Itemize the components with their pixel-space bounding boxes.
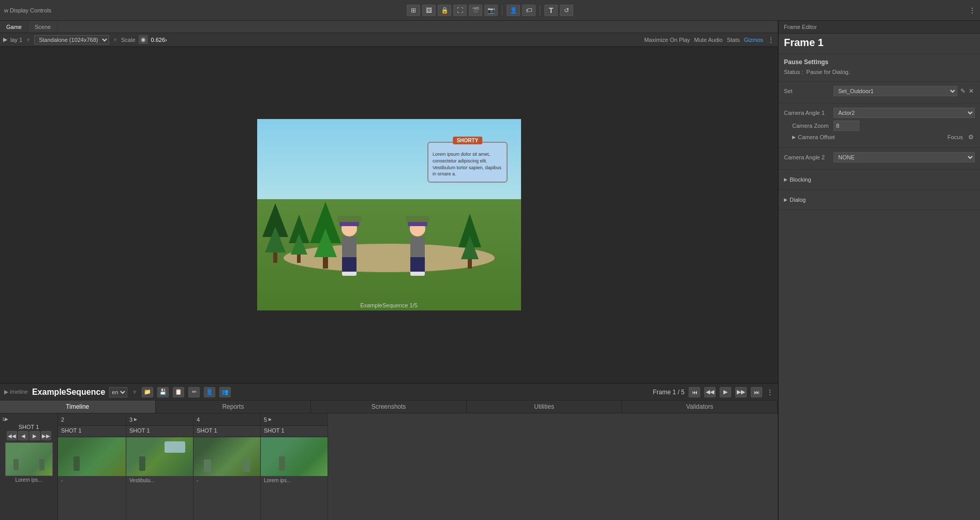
frame-editor: Frame Editor Frame 1 Pause Settings Stat… <box>778 21 980 520</box>
fe-camera-zoom-row: Camera Zoom <box>784 121 975 131</box>
tl-shot-1-label: SHOT 1 <box>19 423 39 431</box>
tl-prev-btn[interactable]: ◀◀ <box>704 387 716 397</box>
fe-camera1-row: Camera Angle 1 Actor2 <box>784 108 975 118</box>
game-canvas[interactable]: SHORTY Lorem ipsum dolor sit amet, conse… <box>257 119 521 310</box>
frame-col-4: 4 SHOT 1 - <box>194 413 261 520</box>
game-controls-bar: ▶ lay 1 ▼ Standalone (1024x768) ▼ Scale … <box>0 33 778 47</box>
tl-sidebar: 1▶ SHOT 1 ◀◀ ◀ ▶ ▶▶ <box>0 413 58 520</box>
dialog-caret: ▶ <box>784 197 788 202</box>
camera-icon-btn[interactable]: 📷 <box>484 5 498 16</box>
maximize-icon-btn[interactable]: ⛶ <box>453 5 467 16</box>
lock-icon-btn[interactable]: 🔒 <box>438 5 451 16</box>
camera-angle2-dropdown[interactable]: NONE <box>834 152 975 162</box>
tl-prev-shot-btn[interactable]: ◀◀ <box>7 431 17 440</box>
tl-last-btn[interactable]: ⏭ <box>751 387 762 397</box>
set-edit-btn[interactable]: ✎ <box>959 87 967 95</box>
fe-camera1-section: Camera Angle 1 Actor2 Camera Zoom ▶ Came… <box>779 103 980 148</box>
tl-tab-timeline[interactable]: Timeline <box>0 400 156 413</box>
stats-btn[interactable]: Stats <box>727 37 740 43</box>
tl-tab-validators[interactable]: Validators <box>622 400 778 413</box>
frame-number-3: 3 ▶ <box>126 413 193 426</box>
tl-tab-utilities[interactable]: Utilities <box>467 400 622 413</box>
image-icon-btn[interactable]: 🖼 <box>422 5 436 16</box>
tl-clipboard-btn[interactable]: 📋 <box>173 387 184 397</box>
tl-tab-screenshots[interactable]: Screenshots <box>311 400 467 413</box>
fe-status-row: Status : Pause for Dialog. <box>784 69 975 75</box>
camera-offset-settings-btn[interactable]: ⚙ <box>967 133 975 141</box>
timeline-header: ▶ imeline ExampleSequence en ▼ 📁 💾 📋 ✏ 👤… <box>0 384 778 400</box>
tl-edit-btn[interactable]: ✏ <box>188 387 200 397</box>
tl-first-btn[interactable]: ⏮ <box>689 387 700 397</box>
blocking-caret: ▶ <box>784 177 788 182</box>
tl-play-btn[interactable]: ▶ <box>720 387 731 397</box>
fe-camera-offset-row: ▶ Camera Offset Focus ⚙ <box>784 133 975 141</box>
tl-frames: 2 SHOT 1 - 3 ▶ <box>58 413 778 520</box>
maximize-on-play-btn[interactable]: Maximize On Play <box>644 37 690 43</box>
tl-shot-controls: ◀◀ ◀ ▶ ▶▶ <box>7 431 51 440</box>
tl-tabs: Timeline Reports Screenshots Utilities V… <box>0 400 778 413</box>
dialog-collapsible[interactable]: ▶ Dialog <box>784 194 975 205</box>
tl-person-btn[interactable]: 👤 <box>204 387 215 397</box>
frame-caption-4: - <box>194 476 260 487</box>
fe-pause-settings: Pause Settings Status : Pause for Dialog… <box>779 54 980 82</box>
fe-dialog-section: ▶ Dialog <box>779 190 980 210</box>
tl-next-frame-btn[interactable]: ▶ <box>29 431 40 440</box>
frame-shot-5: SHOT 1 <box>261 426 328 437</box>
tl-folder-btn[interactable]: 📁 <box>142 387 153 397</box>
status-value: Pause for Dialog. <box>806 69 850 75</box>
frame-thumb-4[interactable] <box>194 437 260 476</box>
tab-bar: Game Scene <box>0 21 778 33</box>
tl-save-btn[interactable]: 💾 <box>157 387 169 397</box>
dialog-label: Dialog <box>790 197 806 203</box>
tl-prev-frame-btn[interactable]: ◀ <box>18 431 28 440</box>
camera-angle1-dropdown[interactable]: Actor2 <box>834 108 975 118</box>
blocking-collapsible[interactable]: ▶ Blocking <box>784 174 975 185</box>
set-label: Set <box>784 88 830 94</box>
frame-thumb-5[interactable] <box>261 437 328 476</box>
game-controls-menu-dots[interactable]: ⋮ <box>767 36 775 44</box>
game-canvas-wrapper: Tap Anywhere to Continue <box>257 119 521 310</box>
tl-next-shot-btn[interactable]: ▶▶ <box>41 431 51 440</box>
frame-play-5: ▶ <box>269 417 272 422</box>
toolbar-menu-dots[interactable]: ⋮ <box>969 6 976 14</box>
set-dropdown[interactable]: Set_Outdoor1 <box>834 86 957 96</box>
tab-game[interactable]: Game <box>0 21 28 33</box>
tl-frame-1-num: 1▶ <box>2 417 8 422</box>
video-icon-btn[interactable]: 🎬 <box>469 5 482 16</box>
tl-menu-dots[interactable]: ⋮ <box>766 388 774 396</box>
frame-caption-3: Vestibulu... <box>126 476 193 487</box>
set-close-btn[interactable]: ✕ <box>968 87 975 95</box>
game-viewport: Tap Anywhere to Continue <box>0 47 778 383</box>
display-mode-select[interactable]: Standalone (1024x768) <box>34 35 109 44</box>
text-icon-btn[interactable]: T <box>544 5 558 16</box>
tl-next-btn[interactable]: ▶▶ <box>735 387 747 397</box>
camera-angle2-label: Camera Angle 2 <box>784 154 830 160</box>
layout-icon-btn[interactable]: ⊞ <box>407 5 420 16</box>
display-controls-label: w Display Controls <box>4 7 51 13</box>
frame-shot-3: SHOT 1 <box>126 426 193 437</box>
play-indicator[interactable]: ▶ <box>3 36 7 43</box>
frame-thumb-3[interactable] <box>126 437 193 476</box>
tree-4 <box>458 214 481 269</box>
tl-thumb-img <box>6 443 52 476</box>
frame-col-5: 5 ▶ SHOT 1 Lorem ips... <box>261 413 328 520</box>
tree-2 <box>289 215 309 263</box>
scale-slider[interactable]: ◉ <box>139 35 148 44</box>
language-select[interactable]: en <box>109 387 127 397</box>
tl-shot-caption: Lorem ips... <box>15 477 42 483</box>
tl-shot-thumb <box>5 442 53 476</box>
camera-offset-label-group: ▶ Camera Offset <box>784 134 835 140</box>
tag-icon-btn[interactable]: 🏷 <box>522 5 536 16</box>
person-icon-btn[interactable]: 👤 <box>507 5 520 16</box>
frame-thumb-2[interactable] <box>58 437 126 476</box>
camera-zoom-input[interactable] <box>834 121 859 131</box>
focus-btn[interactable]: Focus <box>947 134 963 140</box>
mute-audio-btn[interactable]: Mute Audio <box>694 37 723 43</box>
refresh-icon-btn[interactable]: ↺ <box>560 5 573 16</box>
tl-tab-reports[interactable]: Reports <box>156 400 311 413</box>
gizmos-btn[interactable]: Gizmos <box>744 37 763 43</box>
frame-number-2: 2 <box>58 413 126 426</box>
camera-angle1-label: Camera Angle 1 <box>784 110 830 116</box>
tl-person2-btn[interactable]: 👥 <box>219 387 231 397</box>
tab-scene[interactable]: Scene <box>28 21 57 33</box>
